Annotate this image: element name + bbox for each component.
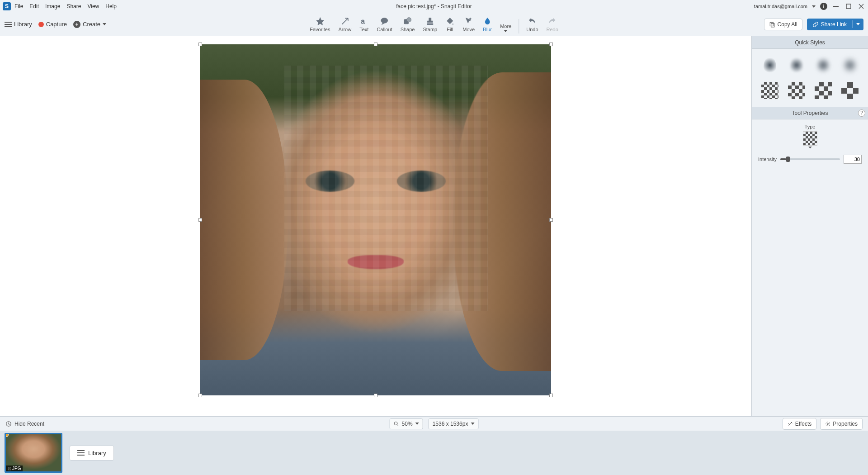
resize-handle-tl[interactable] xyxy=(198,43,202,46)
undo-button[interactable]: Undo xyxy=(524,15,541,33)
resize-handle-bc[interactable] xyxy=(374,394,377,397)
chevron-down-icon[interactable] xyxy=(808,147,812,148)
resize-handle-bl[interactable] xyxy=(198,394,202,397)
resize-handle-mr[interactable] xyxy=(549,218,553,222)
gear-icon xyxy=(825,421,830,427)
pixelate-style-1[interactable] xyxy=(760,81,780,100)
tool-callout[interactable]: Callout xyxy=(374,15,395,33)
effects-button[interactable]: Effects xyxy=(783,418,816,430)
intensity-slider[interactable] xyxy=(780,158,840,160)
blur-style-2[interactable] xyxy=(787,55,807,75)
user-dropdown-caret[interactable] xyxy=(812,5,816,8)
redo-label: Redo xyxy=(547,27,558,32)
tool-label: Arrow xyxy=(338,27,351,32)
star-icon xyxy=(316,17,325,26)
blur-style-3[interactable] xyxy=(813,55,833,75)
blur-style-4[interactable] xyxy=(840,55,860,75)
copy-all-label: Copy All xyxy=(778,21,797,28)
tool-blur[interactable]: Blur xyxy=(480,15,495,33)
chevron-down-icon xyxy=(415,423,419,425)
toolbar: Library Capture + Create Favorites Arrow… xyxy=(0,13,868,36)
shape-icon xyxy=(403,17,412,26)
tool-label: Shape xyxy=(401,27,415,32)
chevron-down-icon xyxy=(856,23,860,25)
create-button[interactable]: + Create xyxy=(73,21,106,28)
type-label: Type xyxy=(758,124,862,129)
zoom-control[interactable]: 50% xyxy=(390,418,423,429)
menu-image[interactable]: Image xyxy=(45,3,60,10)
tool-properties-panel: Type Intensity xyxy=(752,119,868,168)
menu-file[interactable]: File xyxy=(14,3,23,10)
create-label: Create xyxy=(83,21,100,28)
tool-shape[interactable]: Shape xyxy=(398,15,418,33)
minimize-button[interactable] xyxy=(832,3,840,10)
wand-icon xyxy=(788,421,793,427)
library-tray-button[interactable]: Library xyxy=(70,446,114,461)
clock-icon xyxy=(5,421,12,427)
titlebar: S File Edit Image Share View Help face p… xyxy=(0,0,868,13)
effects-label: Effects xyxy=(795,421,811,427)
maximize-button[interactable] xyxy=(844,3,853,10)
menu-help[interactable]: Help xyxy=(105,3,117,10)
pixelate-style-3[interactable] xyxy=(813,81,833,100)
search-icon xyxy=(394,421,399,427)
copy-all-button[interactable]: Copy All xyxy=(764,19,802,30)
tool-label: Blur xyxy=(483,27,492,32)
menu-view[interactable]: View xyxy=(87,3,99,10)
help-icon[interactable]: ? xyxy=(858,109,865,117)
canvas-area[interactable] xyxy=(0,36,751,416)
redo-icon xyxy=(548,17,557,26)
svg-text:+: + xyxy=(469,17,472,21)
properties-button[interactable]: Properties xyxy=(820,418,863,430)
menu-share[interactable]: Share xyxy=(66,3,81,10)
info-icon[interactable]: i xyxy=(820,3,827,10)
move-icon: + xyxy=(464,17,473,26)
tool-arrow[interactable]: Arrow xyxy=(335,15,354,33)
tool-fill[interactable]: Fill xyxy=(443,15,457,33)
arrow-icon xyxy=(340,17,349,26)
chevron-down-icon xyxy=(103,23,106,25)
close-button[interactable] xyxy=(857,3,865,10)
canvas-selection[interactable] xyxy=(200,44,551,395)
blur-style-1[interactable] xyxy=(760,55,780,75)
dimensions-control[interactable]: 1536 x 1536px xyxy=(429,418,479,429)
capture-button[interactable]: Capture xyxy=(38,21,67,28)
share-link-button[interactable]: Share Link xyxy=(807,19,863,30)
properties-label: Properties xyxy=(833,421,858,427)
pixelate-style-4[interactable] xyxy=(840,81,860,100)
more-label: More xyxy=(500,24,511,29)
resize-handle-tr[interactable] xyxy=(549,43,553,46)
tool-move[interactable]: + Move xyxy=(460,15,477,33)
resize-handle-tc[interactable] xyxy=(374,43,377,46)
statusbar: Hide Recent 50% 1536 x 1536px Effects Pr… xyxy=(0,416,868,431)
type-selector[interactable] xyxy=(803,131,817,146)
svg-point-14 xyxy=(827,423,829,424)
resize-handle-br[interactable] xyxy=(549,394,553,397)
svg-rect-1 xyxy=(846,4,851,9)
slider-thumb[interactable] xyxy=(786,157,790,162)
quick-styles-header: Quick Styles xyxy=(752,36,868,49)
undo-label: Undo xyxy=(526,27,538,32)
tool-text[interactable]: a Text xyxy=(357,15,371,33)
tools-strip: Favorites Arrow a Text Callout Shape Sta… xyxy=(307,15,561,33)
menu-edit[interactable]: Edit xyxy=(29,3,39,10)
blur-icon xyxy=(483,17,492,26)
library-button[interactable]: Library xyxy=(5,21,32,28)
svg-point-5 xyxy=(381,18,388,23)
zoom-value: 50% xyxy=(402,421,413,427)
intensity-label: Intensity xyxy=(758,157,777,162)
right-panel: Quick Styles Tool Properties ? Type Inte… xyxy=(751,36,868,416)
tool-favorites[interactable]: Favorites xyxy=(307,15,333,33)
callout-icon xyxy=(380,17,389,26)
resize-handle-ml[interactable] xyxy=(198,218,202,222)
recent-thumbnail[interactable]: JPG xyxy=(5,433,62,473)
hide-recent-button[interactable]: Hide Recent xyxy=(5,421,44,427)
pixelate-style-2[interactable] xyxy=(787,81,807,100)
tool-more[interactable]: More xyxy=(497,17,514,33)
tool-label: Move xyxy=(462,27,475,32)
share-dropdown[interactable] xyxy=(852,20,863,28)
stamp-icon xyxy=(425,17,434,26)
user-email[interactable]: tamal.tr.das@gmail.com xyxy=(754,4,807,9)
intensity-input[interactable] xyxy=(844,155,862,164)
tool-stamp[interactable]: Stamp xyxy=(420,15,440,33)
